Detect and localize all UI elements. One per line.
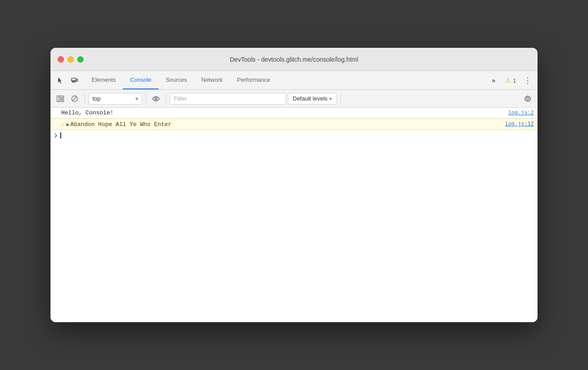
warning-message: Abandon Hope All Ye Who Enter	[70, 121, 505, 128]
sidebar-icon	[57, 96, 64, 102]
svg-line-12	[73, 97, 77, 101]
console-prompt[interactable]: ❯	[50, 130, 538, 141]
svg-point-14	[155, 98, 156, 99]
prompt-cursor	[60, 132, 61, 139]
console-settings-button[interactable]	[521, 92, 534, 105]
tab-elements[interactable]: Elements	[84, 71, 123, 89]
tab-console[interactable]: Console	[123, 71, 159, 89]
warning-triangle-icon: ⚠	[61, 121, 65, 128]
console-warning-entry: ⚠ ▶ Abandon Hope All Ye Who Enter log.js…	[50, 118, 538, 130]
devtools-window: DevTools - devtools.glitch.me/console/lo…	[50, 48, 538, 322]
separator4	[340, 93, 341, 104]
svg-point-15	[527, 97, 529, 100]
svg-rect-1	[76, 79, 78, 81]
context-arrow: ▾	[135, 96, 138, 102]
device-toolbar-button[interactable]	[68, 74, 81, 87]
warning-badge[interactable]: ⚠ 1	[503, 76, 519, 85]
devtools-menu-button[interactable]: ⋮	[521, 74, 534, 87]
context-selector[interactable]: top ▾	[88, 93, 142, 105]
tab-network[interactable]: Network	[194, 71, 230, 89]
levels-arrow: ▾	[329, 96, 332, 102]
eye-icon	[152, 96, 160, 102]
tab-sources[interactable]: Sources	[159, 71, 194, 89]
show-console-sidebar-button[interactable]	[54, 92, 67, 105]
tabbar-left-icons	[54, 74, 81, 89]
log-levels-button[interactable]: Default levels ▾	[288, 93, 337, 105]
close-button[interactable]	[58, 56, 64, 63]
maximize-button[interactable]	[77, 56, 84, 63]
separator3	[166, 93, 166, 104]
tabs: Elements Console Sources Network Perform…	[84, 71, 486, 89]
clear-icon	[71, 95, 78, 102]
tab-performance[interactable]: Performance	[230, 71, 277, 89]
prompt-arrow-icon: ❯	[54, 132, 58, 139]
log-message: Hello, Console!	[61, 109, 508, 116]
separator	[84, 93, 85, 104]
responsive-icon	[71, 77, 78, 84]
console-content: Hello, Console! log.js:2 ⚠ ▶ Abandon Hop…	[50, 108, 538, 322]
separator2	[146, 93, 146, 104]
filter-input[interactable]	[170, 93, 286, 105]
warning-icon: ⚠	[505, 77, 511, 84]
tabbar-right: » ⚠ 1 ⋮	[487, 74, 534, 89]
expand-arrow-icon[interactable]: ▶	[67, 122, 70, 127]
gear-icon	[524, 95, 531, 102]
cursor-icon	[57, 77, 64, 84]
more-tabs-button[interactable]: »	[487, 74, 500, 87]
tabbar: Elements Console Sources Network Perform…	[50, 71, 538, 90]
window-title: DevTools - devtools.glitch.me/console/lo…	[230, 56, 358, 63]
inspect-element-button[interactable]	[54, 74, 67, 87]
titlebar: DevTools - devtools.glitch.me/console/lo…	[50, 48, 538, 71]
svg-rect-0	[71, 78, 76, 81]
log-source-link[interactable]: log.js:2	[508, 110, 534, 116]
warning-source-link[interactable]: log.js:12	[505, 121, 534, 127]
live-expressions-button[interactable]	[150, 92, 162, 105]
clear-console-button[interactable]	[68, 92, 81, 105]
console-log-entry: Hello, Console! log.js:2	[50, 108, 538, 118]
minimize-button[interactable]	[67, 56, 74, 63]
traffic-lights	[58, 56, 84, 63]
console-toolbar: top ▾ Default levels ▾	[50, 90, 538, 108]
